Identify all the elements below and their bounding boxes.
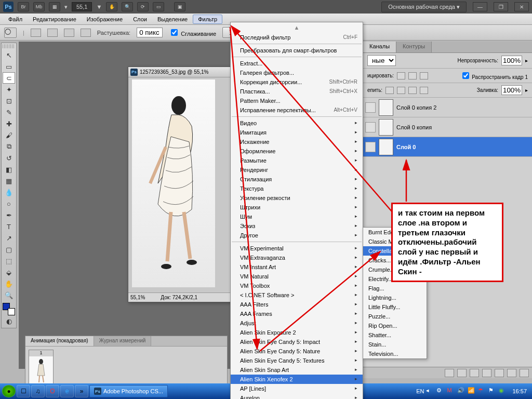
quickmask-icon[interactable]: ◐	[3, 315, 15, 327]
fx-icon[interactable]	[457, 369, 467, 377]
menuitem-pixelate[interactable]: Оформление	[231, 147, 363, 156]
menu-edit[interactable]: Редактирование	[28, 15, 82, 24]
layer-name[interactable]: Слой 0 копия	[396, 124, 432, 130]
lock-all-icon[interactable]	[420, 87, 428, 94]
menuitem-vanishing-point[interactable]: Исправление перспективы...Alt+Ctrl+V	[231, 105, 363, 115]
background-color[interactable]	[8, 308, 15, 315]
menuitem-texture[interactable]: Текстура	[231, 184, 363, 193]
int-selection-icon[interactable]	[81, 29, 91, 37]
zoom-arrow[interactable]: ▼	[96, 4, 102, 10]
doc-zoom[interactable]: 55,1%	[130, 295, 145, 300]
maximize-button[interactable]: ❐	[494, 2, 508, 11]
fill-arrow-icon[interactable]: ▸	[525, 87, 528, 93]
document-canvas[interactable]	[132, 79, 215, 287]
menu-filter[interactable]: Фильтр	[193, 15, 222, 24]
blend-mode-select[interactable]: ные	[367, 55, 396, 66]
tray-icon[interactable]: ⚙	[436, 387, 445, 395]
tab-channels[interactable]: Каналы	[363, 42, 396, 52]
screen-icon[interactable]: ▣	[174, 2, 185, 11]
layer-name[interactable]: Слой 0	[396, 144, 416, 150]
submenuitem-flag[interactable]: Flag...	[363, 284, 427, 293]
language-indicator[interactable]: EN	[416, 388, 424, 394]
3d-tool[interactable]: ⬚	[3, 255, 15, 267]
marquee-tool[interactable]: ▭	[3, 61, 15, 72]
quicklaunch-icon[interactable]: ☐	[17, 385, 30, 397]
tray-icon[interactable]: M	[447, 387, 455, 395]
close-button[interactable]: ✕	[514, 2, 529, 11]
toolbox-grip[interactable]	[3, 44, 15, 48]
submenuitem-lightning[interactable]: Lightning...	[363, 293, 427, 302]
visibility-toggle[interactable]	[365, 142, 376, 152]
menuitem-adjust[interactable]: Adjust	[231, 318, 363, 328]
grid-icon[interactable]: ▦	[49, 2, 60, 11]
tray-icon[interactable]: 📶	[468, 387, 476, 395]
minimize-button[interactable]: —	[473, 2, 487, 11]
brush-tool[interactable]: 🖌	[3, 129, 15, 141]
menuitem-video[interactable]: Видео	[231, 118, 363, 128]
active-tool-icon[interactable]: ◯	[4, 28, 17, 38]
menuitem-lens-correction[interactable]: Коррекция дисторсии...Shift+Ctrl+R	[231, 77, 363, 87]
menuitem-xenofex[interactable]: Alien Skin Xenofex 2	[231, 375, 363, 384]
crop-tool[interactable]: ⊡	[3, 95, 15, 107]
menu-select[interactable]: Выделение	[152, 15, 193, 24]
move-tool[interactable]: ↖	[3, 49, 15, 61]
menuitem-vm-natural[interactable]: VM Natural	[231, 272, 363, 281]
history-brush-tool[interactable]: ↺	[3, 152, 15, 164]
blur-tool[interactable]: 💧	[3, 187, 15, 198]
opacity-input[interactable]	[501, 56, 522, 65]
menuitem-ap-lines[interactable]: AP [Lines]	[231, 384, 363, 393]
fill-input[interactable]	[501, 85, 522, 95]
new-layer-icon[interactable]	[507, 369, 516, 377]
unify-style-icon[interactable]	[420, 72, 428, 79]
unify-pos-icon[interactable]	[397, 72, 405, 79]
menuitem-alien-skin-exposure[interactable]: Alien Skin Exposure 2	[231, 328, 363, 337]
eraser-tool[interactable]: ◧	[3, 164, 15, 175]
menuitem-filter-gallery[interactable]: Галерея фильтров...	[231, 68, 363, 77]
tray-icon[interactable]: ◉	[499, 387, 507, 395]
menuitem-vm-extravaganza[interactable]: VM Extravaganza	[231, 253, 363, 262]
zoom-tool[interactable]: 🔍	[3, 289, 15, 301]
submenuitem-shatter[interactable]: Shatter...	[363, 330, 427, 340]
quicklaunch-icon[interactable]: O	[46, 385, 59, 397]
menuitem-aaa-filters[interactable]: AAA Filters	[231, 300, 363, 309]
tray-icon[interactable]: 🔊	[457, 387, 466, 395]
menuitem-vm-toolbox[interactable]: VM Toolbox	[231, 281, 363, 290]
menuitem-icnet[interactable]: < I.C.NET Software >	[231, 290, 363, 300]
lock-paint-icon[interactable]	[397, 87, 405, 94]
tab-measurements[interactable]: Журнал измерений	[94, 336, 152, 346]
hand-tool[interactable]: ✋	[3, 278, 15, 289]
submenuitem-rip-open[interactable]: Rip Open...	[363, 321, 427, 330]
add-selection-icon[interactable]	[47, 29, 58, 37]
trash-icon[interactable]	[520, 369, 529, 377]
stamp-tool[interactable]: ⧉	[3, 141, 15, 152]
zoom-level[interactable]: 55,1	[72, 2, 92, 11]
menuitem-brush-strokes[interactable]: Штрихи	[231, 203, 363, 212]
rotate-icon[interactable]: ⟳	[137, 2, 149, 11]
menuitem-blur[interactable]: Размытие	[231, 156, 363, 165]
layer-row[interactable]: Слой 0 копия 2	[363, 98, 532, 117]
hand-icon[interactable]: ✋	[106, 2, 117, 11]
3d-cam-tool[interactable]: ⬙	[3, 267, 15, 278]
layer-name[interactable]: Слой 0 копия 2	[396, 104, 436, 111]
layer-row-selected[interactable]: Слой 0	[363, 137, 532, 157]
submenuitem-little-fluffy[interactable]: Little Fluffy...	[363, 302, 427, 312]
opacity-arrow-icon[interactable]: ▸	[525, 58, 528, 63]
workspace-selector[interactable]: Основная рабочая среда ▾	[381, 2, 467, 12]
start-button[interactable]: ●	[2, 385, 16, 397]
adjustment-icon[interactable]	[482, 369, 491, 377]
menuitem-eye-candy-textures[interactable]: Alien Skin Eye Candy 5: Textures	[231, 356, 363, 365]
antialias-checkbox[interactable]: Сглаживание	[169, 28, 216, 37]
submenuitem-stain[interactable]: Stain...	[363, 340, 427, 349]
lasso-tool[interactable]: ⊂	[3, 72, 15, 84]
tab-animation[interactable]: Анимация (покадровая)	[25, 336, 94, 346]
menu-layer[interactable]: Слои	[128, 15, 152, 24]
menuitem-extract[interactable]: Extract...	[231, 59, 363, 68]
visibility-toggle[interactable]	[365, 122, 376, 132]
link-icon[interactable]	[445, 369, 454, 377]
feather-input[interactable]	[137, 28, 163, 37]
menuitem-liquify[interactable]: Пластика...Shift+Ctrl+X	[231, 87, 363, 96]
tray-icon[interactable]: ◂	[426, 387, 434, 395]
br-button[interactable]: Br	[18, 2, 29, 11]
submenuitem-puzzle[interactable]: Puzzle...	[363, 312, 427, 321]
heal-tool[interactable]: ✚	[3, 118, 15, 129]
